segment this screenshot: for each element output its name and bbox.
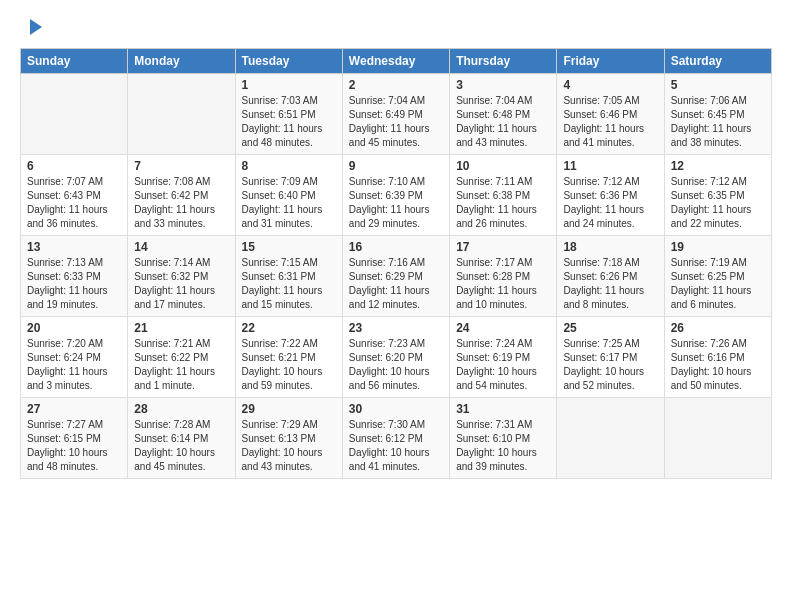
calendar-cell: 4Sunrise: 7:05 AMSunset: 6:46 PMDaylight… — [557, 74, 664, 155]
day-number: 12 — [671, 159, 765, 173]
day-header-monday: Monday — [128, 49, 235, 74]
day-info: Sunrise: 7:09 AMSunset: 6:40 PMDaylight:… — [242, 175, 336, 231]
day-info: Sunrise: 7:26 AMSunset: 6:16 PMDaylight:… — [671, 337, 765, 393]
day-number: 6 — [27, 159, 121, 173]
day-info: Sunrise: 7:21 AMSunset: 6:22 PMDaylight:… — [134, 337, 228, 393]
calendar-cell: 30Sunrise: 7:30 AMSunset: 6:12 PMDayligh… — [342, 398, 449, 479]
calendar-cell — [557, 398, 664, 479]
day-number: 5 — [671, 78, 765, 92]
week-row-5: 27Sunrise: 7:27 AMSunset: 6:15 PMDayligh… — [21, 398, 772, 479]
day-number: 11 — [563, 159, 657, 173]
day-info: Sunrise: 7:04 AMSunset: 6:48 PMDaylight:… — [456, 94, 550, 150]
day-number: 26 — [671, 321, 765, 335]
day-info: Sunrise: 7:19 AMSunset: 6:25 PMDaylight:… — [671, 256, 765, 312]
calendar-cell: 9Sunrise: 7:10 AMSunset: 6:39 PMDaylight… — [342, 155, 449, 236]
day-info: Sunrise: 7:24 AMSunset: 6:19 PMDaylight:… — [456, 337, 550, 393]
day-info: Sunrise: 7:16 AMSunset: 6:29 PMDaylight:… — [349, 256, 443, 312]
calendar-cell — [664, 398, 771, 479]
day-number: 29 — [242, 402, 336, 416]
calendar-cell: 29Sunrise: 7:29 AMSunset: 6:13 PMDayligh… — [235, 398, 342, 479]
calendar-cell: 7Sunrise: 7:08 AMSunset: 6:42 PMDaylight… — [128, 155, 235, 236]
header — [20, 16, 772, 38]
calendar-page: SundayMondayTuesdayWednesdayThursdayFrid… — [0, 0, 792, 612]
day-info: Sunrise: 7:04 AMSunset: 6:49 PMDaylight:… — [349, 94, 443, 150]
day-header-tuesday: Tuesday — [235, 49, 342, 74]
day-number: 15 — [242, 240, 336, 254]
calendar-cell: 18Sunrise: 7:18 AMSunset: 6:26 PMDayligh… — [557, 236, 664, 317]
week-row-3: 13Sunrise: 7:13 AMSunset: 6:33 PMDayligh… — [21, 236, 772, 317]
day-info: Sunrise: 7:31 AMSunset: 6:10 PMDaylight:… — [456, 418, 550, 474]
calendar-cell — [21, 74, 128, 155]
day-info: Sunrise: 7:06 AMSunset: 6:45 PMDaylight:… — [671, 94, 765, 150]
day-number: 20 — [27, 321, 121, 335]
day-info: Sunrise: 7:20 AMSunset: 6:24 PMDaylight:… — [27, 337, 121, 393]
day-number: 13 — [27, 240, 121, 254]
week-row-2: 6Sunrise: 7:07 AMSunset: 6:43 PMDaylight… — [21, 155, 772, 236]
calendar-cell: 24Sunrise: 7:24 AMSunset: 6:19 PMDayligh… — [450, 317, 557, 398]
day-number: 1 — [242, 78, 336, 92]
day-number: 30 — [349, 402, 443, 416]
day-info: Sunrise: 7:15 AMSunset: 6:31 PMDaylight:… — [242, 256, 336, 312]
day-number: 25 — [563, 321, 657, 335]
day-info: Sunrise: 7:12 AMSunset: 6:36 PMDaylight:… — [563, 175, 657, 231]
calendar-cell: 27Sunrise: 7:27 AMSunset: 6:15 PMDayligh… — [21, 398, 128, 479]
day-number: 3 — [456, 78, 550, 92]
day-number: 17 — [456, 240, 550, 254]
day-info: Sunrise: 7:14 AMSunset: 6:32 PMDaylight:… — [134, 256, 228, 312]
day-info: Sunrise: 7:07 AMSunset: 6:43 PMDaylight:… — [27, 175, 121, 231]
week-row-4: 20Sunrise: 7:20 AMSunset: 6:24 PMDayligh… — [21, 317, 772, 398]
logo — [20, 16, 44, 38]
calendar-cell: 12Sunrise: 7:12 AMSunset: 6:35 PMDayligh… — [664, 155, 771, 236]
day-number: 4 — [563, 78, 657, 92]
day-number: 19 — [671, 240, 765, 254]
day-header-sunday: Sunday — [21, 49, 128, 74]
calendar-cell: 13Sunrise: 7:13 AMSunset: 6:33 PMDayligh… — [21, 236, 128, 317]
day-info: Sunrise: 7:12 AMSunset: 6:35 PMDaylight:… — [671, 175, 765, 231]
day-number: 22 — [242, 321, 336, 335]
day-info: Sunrise: 7:27 AMSunset: 6:15 PMDaylight:… — [27, 418, 121, 474]
calendar-cell: 6Sunrise: 7:07 AMSunset: 6:43 PMDaylight… — [21, 155, 128, 236]
day-info: Sunrise: 7:18 AMSunset: 6:26 PMDaylight:… — [563, 256, 657, 312]
day-number: 31 — [456, 402, 550, 416]
calendar-cell: 8Sunrise: 7:09 AMSunset: 6:40 PMDaylight… — [235, 155, 342, 236]
day-info: Sunrise: 7:13 AMSunset: 6:33 PMDaylight:… — [27, 256, 121, 312]
day-number: 16 — [349, 240, 443, 254]
calendar-cell: 5Sunrise: 7:06 AMSunset: 6:45 PMDaylight… — [664, 74, 771, 155]
day-info: Sunrise: 7:22 AMSunset: 6:21 PMDaylight:… — [242, 337, 336, 393]
calendar-cell: 14Sunrise: 7:14 AMSunset: 6:32 PMDayligh… — [128, 236, 235, 317]
logo-icon — [22, 16, 44, 38]
calendar-cell: 31Sunrise: 7:31 AMSunset: 6:10 PMDayligh… — [450, 398, 557, 479]
calendar-cell: 23Sunrise: 7:23 AMSunset: 6:20 PMDayligh… — [342, 317, 449, 398]
calendar-cell: 2Sunrise: 7:04 AMSunset: 6:49 PMDaylight… — [342, 74, 449, 155]
day-number: 28 — [134, 402, 228, 416]
calendar-cell: 25Sunrise: 7:25 AMSunset: 6:17 PMDayligh… — [557, 317, 664, 398]
day-info: Sunrise: 7:08 AMSunset: 6:42 PMDaylight:… — [134, 175, 228, 231]
week-row-1: 1Sunrise: 7:03 AMSunset: 6:51 PMDaylight… — [21, 74, 772, 155]
day-number: 2 — [349, 78, 443, 92]
day-number: 23 — [349, 321, 443, 335]
day-number: 24 — [456, 321, 550, 335]
calendar-cell — [128, 74, 235, 155]
day-number: 21 — [134, 321, 228, 335]
calendar-cell: 16Sunrise: 7:16 AMSunset: 6:29 PMDayligh… — [342, 236, 449, 317]
day-info: Sunrise: 7:11 AMSunset: 6:38 PMDaylight:… — [456, 175, 550, 231]
day-number: 27 — [27, 402, 121, 416]
day-number: 9 — [349, 159, 443, 173]
calendar-cell: 28Sunrise: 7:28 AMSunset: 6:14 PMDayligh… — [128, 398, 235, 479]
day-info: Sunrise: 7:30 AMSunset: 6:12 PMDaylight:… — [349, 418, 443, 474]
calendar-cell: 10Sunrise: 7:11 AMSunset: 6:38 PMDayligh… — [450, 155, 557, 236]
day-number: 18 — [563, 240, 657, 254]
day-info: Sunrise: 7:03 AMSunset: 6:51 PMDaylight:… — [242, 94, 336, 150]
day-number: 7 — [134, 159, 228, 173]
day-number: 10 — [456, 159, 550, 173]
calendar-cell: 20Sunrise: 7:20 AMSunset: 6:24 PMDayligh… — [21, 317, 128, 398]
calendar-cell: 1Sunrise: 7:03 AMSunset: 6:51 PMDaylight… — [235, 74, 342, 155]
calendar-table: SundayMondayTuesdayWednesdayThursdayFrid… — [20, 48, 772, 479]
day-header-thursday: Thursday — [450, 49, 557, 74]
calendar-cell: 15Sunrise: 7:15 AMSunset: 6:31 PMDayligh… — [235, 236, 342, 317]
header-row: SundayMondayTuesdayWednesdayThursdayFrid… — [21, 49, 772, 74]
day-number: 14 — [134, 240, 228, 254]
svg-marker-0 — [30, 19, 42, 35]
calendar-cell: 22Sunrise: 7:22 AMSunset: 6:21 PMDayligh… — [235, 317, 342, 398]
day-info: Sunrise: 7:29 AMSunset: 6:13 PMDaylight:… — [242, 418, 336, 474]
